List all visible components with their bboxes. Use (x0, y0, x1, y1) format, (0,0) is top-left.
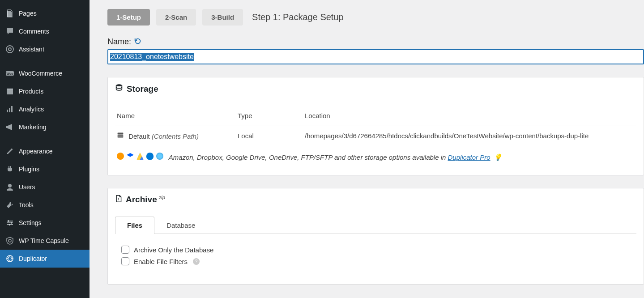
main-content: 1-Setup 2-Scan 3-Build Step 1: Package S… (90, 0, 644, 294)
sidebar-item-tools[interactable]: Tools (0, 196, 90, 214)
lightbulb-icon: 💡 (494, 153, 502, 161)
svg-rect-16 (11, 222, 12, 224)
svg-text:Woo: Woo (6, 72, 13, 75)
sidebar-label: Pages (19, 10, 37, 17)
step-title: Step 1: Package Setup (252, 12, 344, 22)
svg-point-20 (116, 84, 122, 86)
sidebar-label: WooCommerce (19, 70, 62, 77)
database-icon (115, 84, 123, 94)
plugins-icon (5, 165, 14, 174)
pages-icon (5, 9, 14, 18)
archive-icon (115, 195, 122, 205)
sidebar-label: Duplicator (19, 255, 47, 262)
svg-rect-12 (7, 221, 13, 221)
sidebar-item-comments[interactable]: Comments (0, 22, 90, 40)
comments-icon (5, 27, 14, 36)
storage-col-location: Location (303, 107, 636, 125)
svg-point-11 (8, 184, 12, 187)
users-icon (5, 183, 14, 192)
sidebar-item-wp-time-capsule[interactable]: WP Time Capsule (0, 232, 90, 250)
svg-point-18 (9, 239, 11, 242)
svg-rect-15 (8, 220, 9, 222)
storage-panel-header[interactable]: Storage (108, 77, 644, 100)
products-icon (5, 87, 14, 96)
sidebar-item-marketing[interactable]: Marketing (0, 118, 90, 136)
storage-row-location: /homepages/3/d672664285/htdocs/clickandb… (303, 125, 636, 147)
sidebar-label: Plugins (19, 166, 39, 173)
storage-note: Amazon, Dropbox, Google Drive, OneDrive,… (115, 146, 636, 168)
analytics-icon (5, 105, 14, 114)
tools-icon (5, 200, 14, 209)
wizard-steps: 1-Setup 2-Scan 3-Build Step 1: Package S… (107, 9, 644, 26)
svg-point-10 (11, 149, 13, 150)
tab-database[interactable]: Database (154, 217, 207, 234)
sidebar-item-products[interactable]: Products (0, 82, 90, 100)
package-name-value: 20210813_onetestwebsite (110, 53, 194, 61)
sidebar-item-users[interactable]: Users (0, 178, 90, 196)
sidebar-item-duplicator[interactable]: Duplicator (0, 250, 90, 268)
tab-files[interactable]: Files (115, 217, 154, 234)
sidebar-label: Analytics (19, 106, 44, 113)
appearance-icon (5, 147, 14, 156)
svg-rect-13 (7, 222, 13, 223)
sidebar-item-analytics[interactable]: Analytics (0, 100, 90, 118)
onedrive-icon (146, 153, 154, 160)
svg-rect-17 (9, 224, 10, 226)
enable-file-filters-label: Enable File Filters (134, 258, 188, 265)
enable-file-filters-checkbox[interactable] (121, 257, 129, 265)
archive-panel: Archivezip Files Database Archive Only t… (107, 188, 644, 285)
svg-rect-9 (6, 126, 7, 128)
shield-icon (5, 236, 14, 245)
archive-only-db-checkbox[interactable] (121, 246, 129, 254)
sidebar-item-woocommerce[interactable]: Woo WooCommerce (0, 64, 90, 82)
archive-title: Archive (126, 195, 157, 204)
sidebar-label: Appearance (19, 148, 53, 155)
storage-row: Default (Contents Path) Local /homepages… (115, 125, 636, 147)
archive-only-db-label: Archive Only the Database (134, 246, 213, 254)
package-name-input-wrap[interactable]: 20210813_onetestwebsite (107, 49, 644, 64)
step-3-build-button[interactable]: 3-Build (202, 9, 243, 26)
sidebar-label: Comments (19, 28, 49, 35)
sidebar-item-assistant[interactable]: Assistant (0, 40, 90, 58)
google-drive-icon (136, 153, 144, 160)
sidebar-item-appearance[interactable]: Appearance (0, 142, 90, 160)
storage-row-type: Local (236, 125, 303, 147)
admin-sidebar: Pages Comments Assistant Woo WooCommerce… (0, 0, 90, 294)
assistant-icon (5, 45, 14, 54)
svg-rect-6 (7, 110, 8, 112)
storage-col-name: Name (115, 107, 236, 125)
duplicator-icon (5, 254, 14, 263)
sidebar-label: Assistant (19, 46, 44, 53)
sidebar-item-pages[interactable]: Pages (0, 4, 90, 22)
name-label: Name: (107, 37, 131, 47)
files-tabpanel: Archive Only the Database Enable File Fi… (115, 234, 636, 277)
archive-format: zip (159, 195, 165, 200)
archive-tabs: Files Database (115, 217, 636, 234)
sidebar-label: Users (19, 183, 35, 191)
dropbox-icon (127, 153, 134, 159)
sidebar-label: WP Time Capsule (19, 237, 69, 244)
storage-panel: Storage Name Type Location Default (107, 77, 644, 175)
svg-rect-8 (11, 106, 13, 112)
ftp-icon (156, 153, 163, 160)
archive-panel-header[interactable]: Archivezip (108, 188, 644, 211)
woocommerce-icon: Woo (5, 69, 14, 78)
svg-rect-4 (7, 89, 13, 94)
sidebar-label: Settings (19, 219, 42, 226)
step-2-scan-button[interactable]: 2-Scan (156, 9, 196, 26)
step-1-setup-button[interactable]: 1-Setup (107, 9, 150, 26)
settings-icon (5, 218, 14, 227)
storage-table: Name Type Location Default (Contents Pat… (115, 107, 636, 168)
sidebar-item-settings[interactable]: Settings (0, 214, 90, 232)
sidebar-item-plugins[interactable]: Plugins (0, 160, 90, 178)
reset-name-icon[interactable] (134, 37, 142, 47)
duplicator-pro-link[interactable]: Duplicator Pro (448, 153, 490, 161)
storage-title: Storage (127, 84, 158, 94)
storage-row-suffix: (Contents Path) (152, 132, 199, 140)
server-icon (117, 132, 124, 140)
storage-note-text: Amazon, Dropbox, Google Drive, OneDrive,… (169, 153, 448, 161)
svg-rect-5 (7, 88, 13, 89)
svg-rect-7 (9, 108, 10, 112)
svg-rect-22 (118, 134, 124, 136)
help-icon[interactable]: ? (193, 258, 200, 265)
